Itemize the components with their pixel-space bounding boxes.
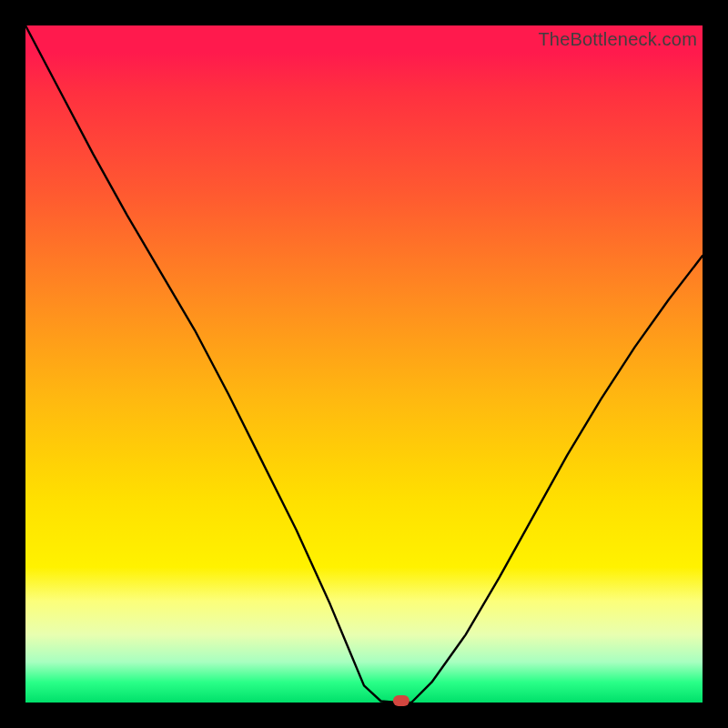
curve-path <box>25 25 703 703</box>
plot-area: TheBottleneck.com <box>25 25 703 703</box>
bottleneck-curve <box>25 25 703 703</box>
min-marker <box>393 695 410 706</box>
chart-frame: TheBottleneck.com <box>0 0 728 728</box>
